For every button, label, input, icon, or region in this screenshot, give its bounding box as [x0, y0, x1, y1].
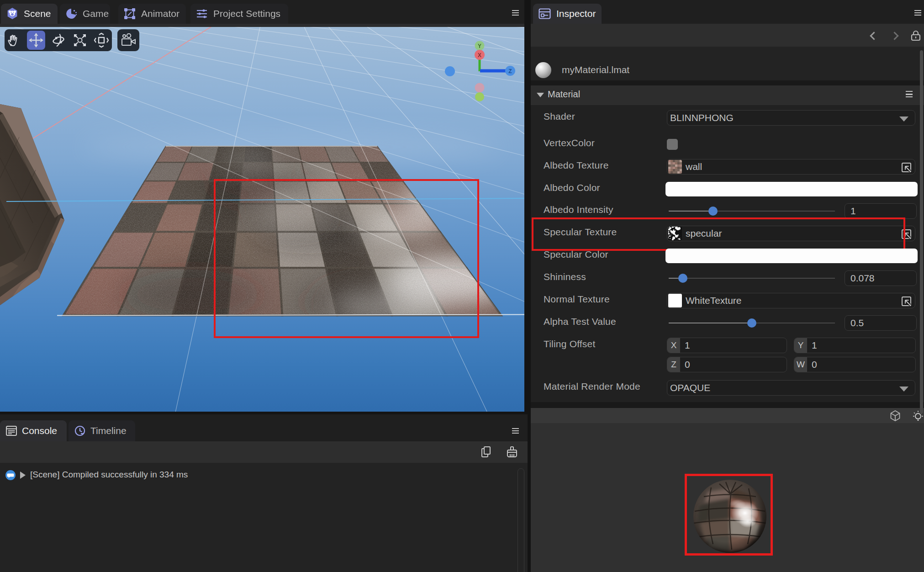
svg-text:Z: Z — [508, 68, 512, 74]
svg-text:Y: Y — [478, 43, 481, 49]
svg-text:X: X — [478, 52, 481, 58]
